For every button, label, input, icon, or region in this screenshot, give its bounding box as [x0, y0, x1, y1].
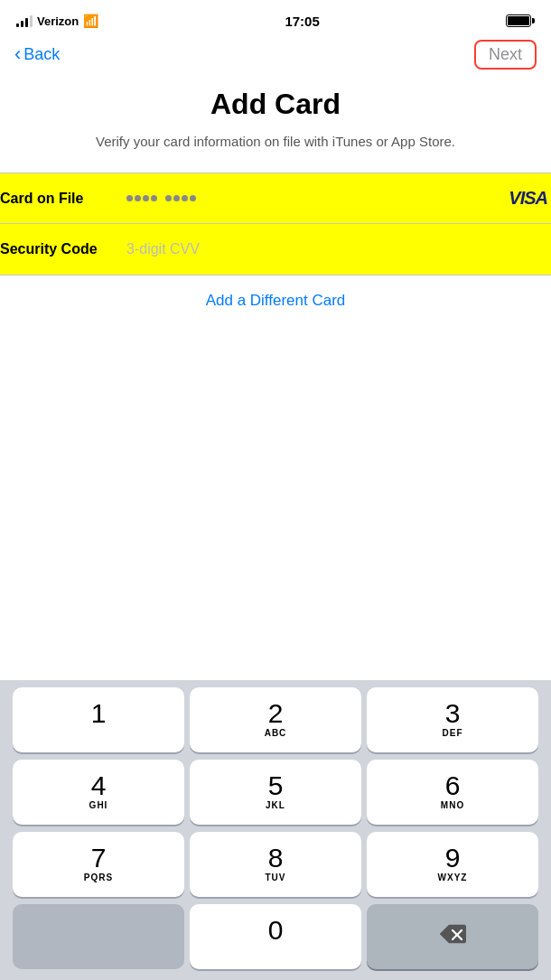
signal-icon: [16, 14, 33, 27]
keyboard-row-4: 0: [4, 904, 547, 969]
next-button[interactable]: Next: [474, 40, 537, 70]
keyboard-row-1: 1 2 ABC 3 DEF: [4, 687, 547, 752]
key-0[interactable]: 0: [190, 904, 361, 969]
card-number-masked: [126, 181, 509, 216]
wifi-icon: 📶: [83, 14, 98, 28]
page-content: Add Card Verify your card information on…: [0, 79, 551, 151]
numeric-keyboard: 1 2 ABC 3 DEF 4 GHI 5 JKL 6 MNO 7 PQRS: [0, 680, 551, 980]
page-subtitle: Verify your card information on file wit…: [18, 132, 533, 151]
cvv-input[interactable]: [126, 227, 551, 272]
card-form: Card on File VISA Security Code: [0, 173, 551, 275]
status-left: Verizon 📶: [16, 14, 98, 28]
key-3[interactable]: 3 DEF: [367, 687, 538, 752]
status-right: [506, 14, 535, 27]
add-different-card-button[interactable]: Add a Different Card: [0, 275, 551, 326]
key-empty: [13, 904, 184, 969]
delete-icon: [439, 924, 466, 949]
carrier-label: Verizon: [37, 14, 79, 28]
keyboard-row-3: 7 PQRS 8 TUV 9 WXYZ: [4, 832, 547, 897]
key-2[interactable]: 2 ABC: [190, 687, 361, 752]
back-button[interactable]: ‹ Back: [14, 45, 60, 64]
keyboard-row-2: 4 GHI 5 JKL 6 MNO: [4, 760, 547, 825]
card-on-file-label: Card on File: [0, 191, 126, 207]
key-1[interactable]: 1: [13, 687, 184, 752]
key-7[interactable]: 7 PQRS: [13, 832, 184, 897]
back-label: Back: [23, 45, 60, 64]
card-on-file-row: Card on File VISA: [0, 173, 551, 224]
status-time: 17:05: [285, 14, 319, 29]
status-bar: Verizon 📶 17:05: [0, 0, 551, 36]
key-4[interactable]: 4 GHI: [13, 760, 184, 825]
battery-icon: [506, 14, 535, 27]
nav-bar: ‹ Back Next: [0, 36, 551, 79]
key-6[interactable]: 6 MNO: [367, 760, 538, 825]
visa-logo: VISA: [509, 188, 551, 209]
key-9[interactable]: 9 WXYZ: [367, 832, 538, 897]
card-dots: [126, 195, 509, 201]
page-title: Add Card: [18, 88, 533, 121]
back-chevron-icon: ‹: [14, 44, 21, 64]
key-8[interactable]: 8 TUV: [190, 832, 361, 897]
security-code-row[interactable]: Security Code: [0, 224, 551, 275]
key-delete[interactable]: [367, 904, 538, 969]
key-5[interactable]: 5 JKL: [190, 760, 361, 825]
security-code-label: Security Code: [0, 241, 126, 257]
